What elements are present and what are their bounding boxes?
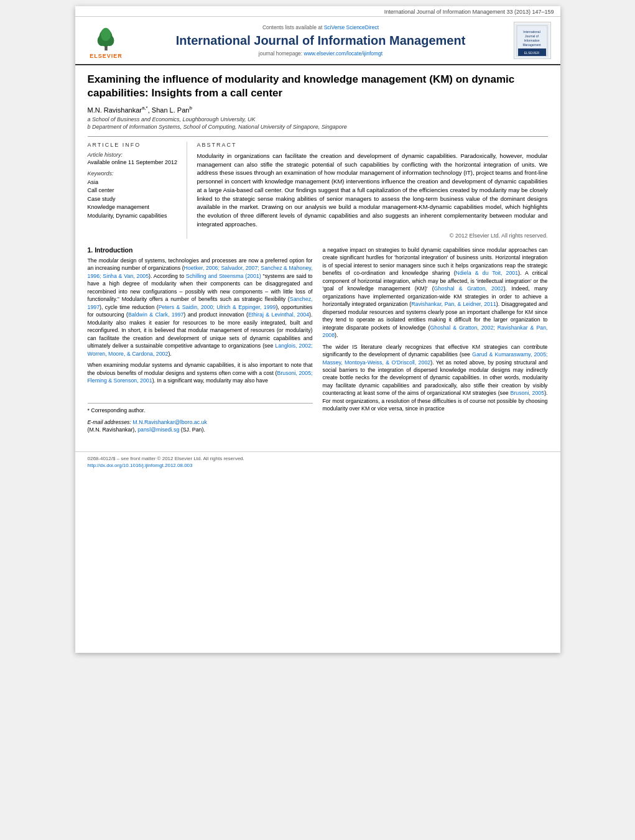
keyword-casestudy: Case study xyxy=(88,195,179,204)
article-history: Article history: Available online 11 Sep… xyxy=(88,152,179,165)
journal-cover-icon: International Journal of Information Man… xyxy=(514,22,551,59)
body-two-col: 1. Introduction The modular design of sy… xyxy=(88,246,548,438)
body-left-col: 1. Introduction The modular design of sy… xyxy=(88,246,313,438)
keywords-label: Keywords: xyxy=(88,170,179,177)
svg-text:Information: Information xyxy=(524,39,539,42)
abstract-header: ABSTRACT xyxy=(197,142,548,148)
footnote-email: E-mail addresses: M.N.Ravishankar@lboro.… xyxy=(88,418,313,434)
info-abstract-cols: ARTICLE INFO Article history: Available … xyxy=(88,142,548,239)
article-info-header: ARTICLE INFO xyxy=(88,142,179,148)
author2-affil: b xyxy=(189,105,192,111)
keyword-asia: Asia xyxy=(88,178,179,187)
keyword-modularity: Modularity, Dynamic capabilities xyxy=(88,212,179,221)
journal-main-title: International Journal of Information Man… xyxy=(176,33,466,48)
elsevier-tree-icon xyxy=(89,27,123,52)
journal-top-bar: International Journal of Information Man… xyxy=(75,6,560,17)
body-para1: The modular design of systems, technolog… xyxy=(88,257,313,358)
footer-issn: 0268-4012/$ – see front matter © 2012 El… xyxy=(88,456,548,461)
svg-point-4 xyxy=(101,28,111,41)
author1-name: M.N. Ravishankar xyxy=(88,106,142,114)
keywords-section: Keywords: Asia Call center Case study Kn… xyxy=(88,170,179,221)
article-info-col: ARTICLE INFO Article history: Available … xyxy=(88,142,187,239)
author1-affil: a,* xyxy=(142,105,148,111)
page: International Journal of Information Man… xyxy=(75,6,560,653)
footer-doi[interactable]: http://dx.doi.org/10.1016/j.ijinfomgt.20… xyxy=(88,463,548,468)
available-online: Available online 11 September 2012 xyxy=(88,159,179,165)
affiliations: a School of Business and Economics, Loug… xyxy=(88,116,548,130)
footnote-corresponding: * Corresponding author. xyxy=(88,407,313,414)
affiliation-a: a School of Business and Economics, Loug… xyxy=(88,116,548,122)
body-para4: The wider IS literature clearly recogniz… xyxy=(323,343,548,413)
abstract-col: ABSTRACT Modularity in organizations can… xyxy=(197,142,548,239)
email2[interactable]: pansl@misedi.sg xyxy=(137,427,179,433)
copyright-line: © 2012 Elsevier Ltd. All rights reserved… xyxy=(197,233,548,239)
journal-citation: International Journal of Information Man… xyxy=(384,9,554,15)
svg-text:ELSEVIER: ELSEVIER xyxy=(524,51,540,55)
main-content: Examining the influence of modularity an… xyxy=(75,65,560,445)
svg-rect-0 xyxy=(104,46,107,50)
section1-title: 1. Introduction xyxy=(88,246,313,254)
abstract-text: Modularity in organizations can facilita… xyxy=(197,152,548,229)
journal-title-block: Contents lists available at SciVerse Sci… xyxy=(137,22,504,59)
elsevier-brand-text: ELSEVIER xyxy=(90,53,123,59)
journal-icon-box: International Journal of Information Man… xyxy=(511,22,554,59)
authors-line: M.N. Ravishankara,*, Shan L. Panb xyxy=(88,105,548,114)
footnote-area: * Corresponding author. E-mail addresses… xyxy=(88,403,313,433)
body-para2: When examining modular systems and dynam… xyxy=(88,361,313,384)
conflicting-word: conflicting xyxy=(401,161,427,168)
body-para3: a negative impact on strategies to build… xyxy=(323,246,548,339)
svg-text:Journal of: Journal of xyxy=(525,34,539,38)
article-title: Examining the influence of modularity an… xyxy=(88,73,548,100)
author2-name: , Shan L. Pan xyxy=(148,106,190,114)
history-label: Article history: xyxy=(88,152,179,158)
elsevier-logo: ELSEVIER xyxy=(81,22,131,59)
svg-text:International: International xyxy=(523,30,540,34)
homepage-link[interactable]: www.elsevier.com/locate/ijinfomgt xyxy=(304,50,383,57)
keyword-callcenter: Call center xyxy=(88,187,179,195)
page-footer: 0268-4012/$ – see front matter © 2012 El… xyxy=(75,451,560,473)
email1[interactable]: M.N.Ravishankar@lboro.ac.uk xyxy=(132,419,206,425)
sciverse-link[interactable]: SciVerse ScienceDirect xyxy=(324,24,379,30)
affiliation-b: b Department of Information Systems, Sch… xyxy=(88,124,548,130)
body-right-col: a negative impact on strategies to build… xyxy=(323,246,548,438)
journal-homepage: journal homepage: www.elsevier.com/locat… xyxy=(259,50,382,57)
svg-text:Management: Management xyxy=(522,43,541,47)
journal-header: ELSEVIER Contents lists available at Sci… xyxy=(75,17,560,65)
sciverse-line: Contents lists available at SciVerse Sci… xyxy=(262,24,379,30)
header-divider xyxy=(88,136,548,137)
keyword-km: Knowledge management xyxy=(88,203,179,212)
